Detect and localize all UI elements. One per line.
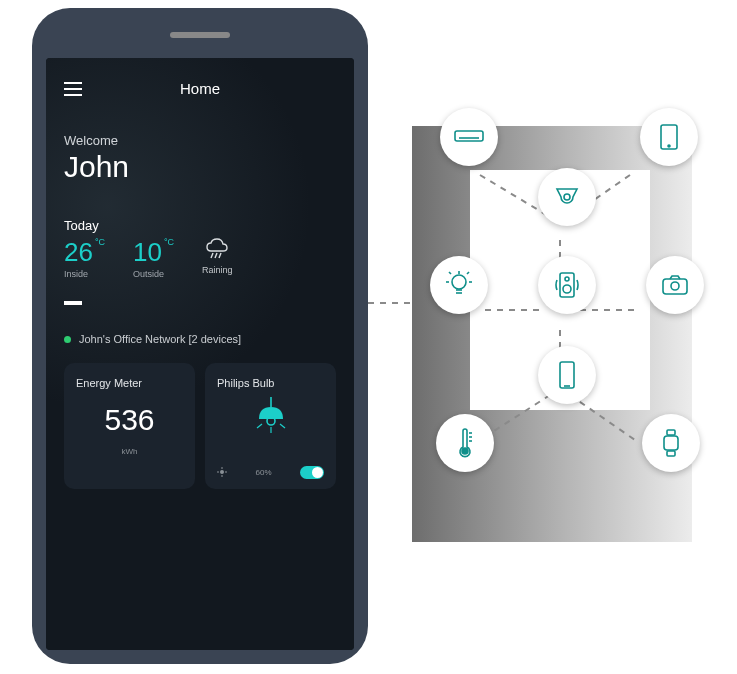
svg-line-7 xyxy=(280,424,285,428)
svg-line-1 xyxy=(215,253,217,258)
speaker-icon[interactable] xyxy=(538,256,596,314)
brightness-icon xyxy=(217,467,227,479)
svg-line-33 xyxy=(449,272,451,274)
inside-value: 26 xyxy=(64,237,93,268)
inside-unit: °C xyxy=(95,237,105,247)
energy-value: 536 xyxy=(76,403,183,437)
svg-rect-47 xyxy=(667,430,675,435)
username: John xyxy=(64,150,336,184)
outside-temp: 10°C Outside xyxy=(133,237,174,279)
security-camera-icon[interactable] xyxy=(538,168,596,226)
camera-icon[interactable] xyxy=(646,256,704,314)
rain-icon xyxy=(203,237,231,261)
outside-unit: °C xyxy=(164,237,174,247)
svg-point-8 xyxy=(220,470,224,474)
smartphone-icon[interactable] xyxy=(538,346,596,404)
outside-label: Outside xyxy=(133,269,174,279)
status-dot-icon xyxy=(64,336,71,343)
today-label: Today xyxy=(64,218,336,233)
condition-label: Raining xyxy=(202,265,233,275)
tablet-icon[interactable] xyxy=(640,108,698,166)
svg-point-25 xyxy=(668,145,670,147)
phone-speaker xyxy=(170,32,230,38)
svg-point-26 xyxy=(564,194,570,200)
svg-line-0 xyxy=(211,253,213,258)
lightbulb-icon[interactable] xyxy=(430,256,488,314)
energy-card[interactable]: Energy Meter 536 kWh xyxy=(64,363,195,489)
svg-rect-22 xyxy=(455,131,483,141)
device-diagram xyxy=(380,108,720,568)
weather-row: 26°C Inside 10°C Outside Raining xyxy=(64,237,336,279)
svg-rect-46 xyxy=(664,436,678,450)
network-text: John's Office Network [2 devices] xyxy=(79,333,241,345)
weather-condition: Raining xyxy=(202,237,233,275)
divider xyxy=(64,301,82,305)
air-conditioner-icon[interactable] xyxy=(440,108,498,166)
pendant-lamp-icon xyxy=(217,397,324,437)
smartwatch-icon[interactable] xyxy=(642,414,700,472)
svg-point-27 xyxy=(452,275,466,289)
cards-row: Energy Meter 536 kWh Philips Bulb xyxy=(64,363,336,489)
energy-unit: kWh xyxy=(76,447,183,456)
inside-temp: 26°C Inside xyxy=(64,237,105,279)
svg-line-2 xyxy=(219,253,221,258)
network-row[interactable]: John's Office Network [2 devices] xyxy=(64,333,336,345)
welcome-label: Welcome xyxy=(64,133,336,148)
svg-point-37 xyxy=(563,285,571,293)
thermometer-icon[interactable] xyxy=(436,414,494,472)
page-title: Home xyxy=(64,80,336,97)
svg-line-34 xyxy=(467,272,469,274)
bulb-card[interactable]: Philips Bulb xyxy=(205,363,336,489)
bulb-toggle[interactable] xyxy=(300,466,324,479)
top-bar: Home xyxy=(64,80,336,97)
svg-point-42 xyxy=(462,448,468,454)
svg-rect-40 xyxy=(560,362,574,388)
energy-title: Energy Meter xyxy=(76,377,183,389)
app-screen: Home Welcome John Today 26°C Inside 10°C… xyxy=(46,58,354,650)
outside-value: 10 xyxy=(133,237,162,268)
bulb-title: Philips Bulb xyxy=(217,377,324,389)
svg-point-39 xyxy=(671,282,679,290)
svg-point-36 xyxy=(565,277,569,281)
inside-label: Inside xyxy=(64,269,105,279)
brightness-value: 60% xyxy=(255,468,271,477)
svg-rect-48 xyxy=(667,451,675,456)
phone-frame: Home Welcome John Today 26°C Inside 10°C… xyxy=(32,8,368,664)
svg-line-6 xyxy=(257,424,262,428)
